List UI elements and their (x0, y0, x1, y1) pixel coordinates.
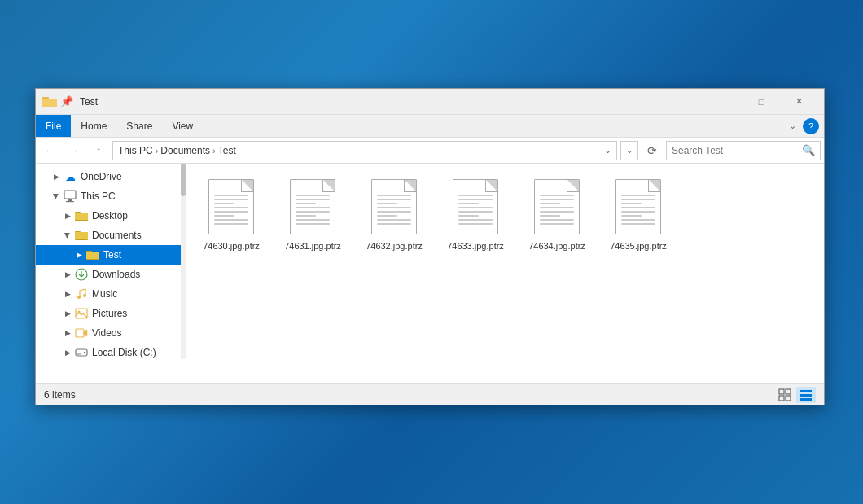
svg-point-16 (77, 296, 81, 299)
sidebar-label-downloads: Downloads (92, 269, 140, 280)
expand-arrow-pictures: ▶ (62, 308, 73, 319)
address-dropdown[interactable]: ⌄ (620, 141, 638, 160)
test-folder-icon (86, 248, 99, 261)
grid-view-button[interactable] (775, 387, 795, 403)
menu-view[interactable]: View (162, 117, 203, 135)
file-name-f5: 74634.jpg.ptrz (528, 240, 585, 252)
sidebar-item-localdisk[interactable]: ▶ Local Disk (C:) (36, 343, 186, 362)
svg-rect-2 (42, 99, 57, 107)
status-bar: 6 items (36, 383, 824, 405)
search-input[interactable] (672, 145, 794, 156)
expand-arrow-onedrive: ▶ (50, 171, 62, 182)
sidebar-scrollbar-track (181, 164, 186, 359)
svg-rect-20 (76, 329, 84, 337)
back-button[interactable]: ← (39, 141, 60, 160)
sidebar-item-downloads[interactable]: ▶ Downloads (36, 265, 186, 284)
svg-rect-25 (786, 389, 791, 394)
menu-file[interactable]: File (36, 115, 71, 137)
sidebar-item-music[interactable]: ▶ Music (36, 284, 186, 304)
expand-arrow-test: ▶ (73, 249, 85, 261)
file-icon-f5 (531, 177, 583, 237)
svg-rect-3 (64, 191, 76, 199)
menu-home[interactable]: Home (71, 117, 116, 135)
music-icon (75, 287, 88, 300)
sidebar-label-localdisk: Local Disk (C:) (92, 347, 156, 358)
sidebar-item-pictures[interactable]: ▶ Pictures (36, 304, 186, 323)
sidebar-label-thispc: This PC (81, 191, 116, 202)
file-item-f6[interactable]: 74635.jpg.ptrz (602, 172, 675, 256)
address-path[interactable]: This PC › Documents › Test ⌄ (112, 141, 617, 160)
sidebar-item-thispc[interactable]: ▶ This PC (36, 186, 186, 206)
expand-arrow-downloads: ▶ (62, 269, 73, 280)
svg-rect-26 (779, 396, 784, 401)
file-name-f3: 74632.jpg.ptrz (366, 240, 423, 252)
expand-arrow-videos: ▶ (62, 327, 73, 339)
close-button[interactable]: ✕ (780, 89, 817, 115)
sidebar-scrollbar-thumb[interactable] (181, 164, 186, 196)
file-name-f6: 74635.jpg.ptrz (610, 240, 667, 252)
up-button[interactable]: ↑ (88, 141, 109, 160)
expand-arrow-music: ▶ (62, 288, 73, 300)
path-sep-1: › (156, 146, 159, 156)
address-bar: ← → ↑ This PC › Documents › Test ⌄ ⌄ ⟳ 🔍 (36, 138, 824, 164)
file-item-f2[interactable]: 74631.jpg.ptrz (276, 172, 349, 256)
help-button[interactable]: ? (803, 118, 819, 134)
svg-rect-30 (800, 398, 812, 401)
path-thispc: This PC (118, 145, 153, 156)
sidebar-item-documents[interactable]: ▶ Documents (36, 226, 186, 245)
sidebar-label-onedrive: OneDrive (81, 171, 122, 182)
window-title: Test (80, 96, 705, 107)
svg-rect-14 (86, 252, 99, 259)
folder-icon-title (42, 95, 57, 107)
maximize-button[interactable]: □ (743, 89, 780, 115)
expand-arrow-desktop: ▶ (62, 210, 73, 221)
sidebar-label-desktop: Desktop (92, 210, 128, 221)
svg-point-17 (83, 294, 86, 297)
sidebar-label-documents: Documents (92, 230, 142, 241)
svg-rect-8 (75, 213, 88, 220)
minimize-button[interactable]: — (705, 89, 743, 115)
sidebar-label-music: Music (92, 288, 117, 300)
item-count: 6 items (44, 389, 76, 401)
file-item-f4[interactable]: 74633.jpg.ptrz (439, 172, 512, 256)
file-name-f4: 74633.jpg.ptrz (447, 240, 504, 252)
svg-point-22 (84, 352, 85, 353)
menu-bar: File Home Share View ⌄ ? (36, 115, 824, 138)
menu-share[interactable]: Share (116, 117, 162, 135)
explorer-window: 📌 Test — □ ✕ File Home Share View ⌄ ? ← … (35, 88, 825, 405)
refresh-button[interactable]: ⟳ (642, 141, 663, 160)
sidebar-item-onedrive[interactable]: ▶ ☁ OneDrive (36, 167, 186, 186)
file-icon-f4 (449, 177, 502, 237)
sidebar: ▶ ☁ OneDrive ▶ This PC ▶ Desktop (36, 164, 186, 383)
sidebar-item-videos[interactable]: ▶ Videos (36, 323, 186, 343)
sidebar-label-test: Test (103, 249, 121, 261)
downloads-icon (75, 268, 88, 281)
file-item-f5[interactable]: 74634.jpg.ptrz (520, 172, 594, 256)
svg-rect-27 (786, 396, 791, 401)
svg-rect-11 (75, 232, 88, 239)
file-item-f3[interactable]: 74632.jpg.ptrz (357, 172, 431, 256)
sidebar-label-pictures: Pictures (92, 308, 127, 319)
svg-rect-24 (779, 389, 784, 394)
file-icon-f3 (368, 177, 420, 237)
forward-button[interactable]: → (64, 141, 85, 160)
file-icon-f6 (612, 177, 664, 237)
search-icon[interactable]: 🔍 (802, 144, 815, 156)
videos-icon (75, 327, 88, 340)
sidebar-item-test[interactable]: ▶ Test (36, 245, 186, 265)
file-name-f2: 74631.jpg.ptrz (284, 240, 341, 252)
path-documents: Documents (160, 145, 210, 156)
documents-folder-icon (75, 229, 88, 242)
main-area: ▶ ☁ OneDrive ▶ This PC ▶ Desktop (36, 164, 824, 383)
title-bar-icons: 📌 (42, 95, 73, 107)
file-icon-f1 (205, 177, 257, 237)
svg-rect-28 (800, 390, 812, 392)
sidebar-item-desktop[interactable]: ▶ Desktop (36, 206, 186, 226)
view-toggle (775, 387, 816, 403)
file-item-f1[interactable]: 74630.jpg.ptrz (195, 172, 268, 256)
details-view-button[interactable] (796, 387, 816, 403)
file-icon-f2 (287, 177, 339, 237)
title-bar: 📌 Test — □ ✕ (36, 89, 824, 115)
window-controls: — □ ✕ (705, 89, 817, 115)
file-name-f1: 74630.jpg.ptrz (203, 240, 260, 252)
